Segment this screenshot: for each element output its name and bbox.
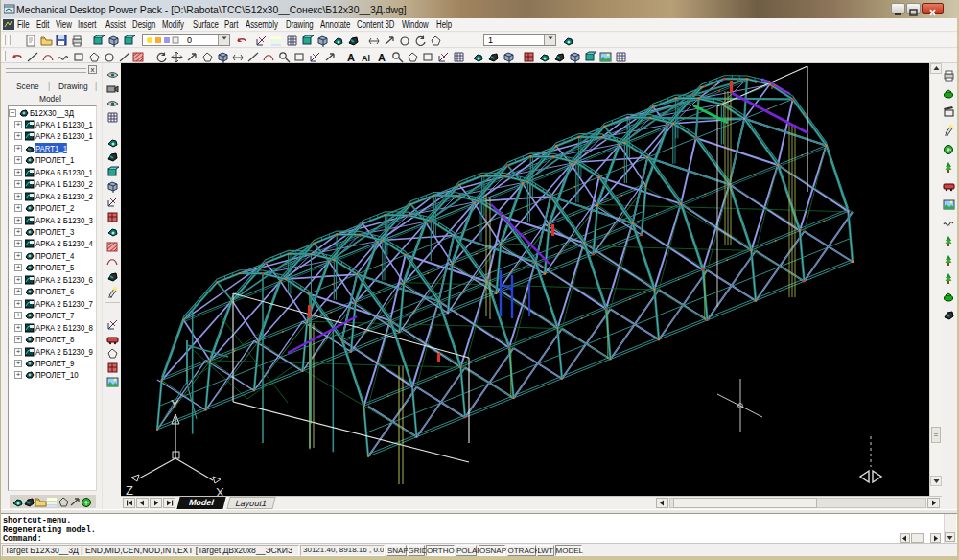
svg-text:X: X xyxy=(216,485,224,496)
svg-text:A: A xyxy=(347,52,355,63)
svg-text:Y: Y xyxy=(171,397,179,411)
svg-text:Z: Z xyxy=(126,483,133,496)
svg-text:Al: Al xyxy=(362,54,370,63)
svg-text:A: A xyxy=(378,52,386,63)
